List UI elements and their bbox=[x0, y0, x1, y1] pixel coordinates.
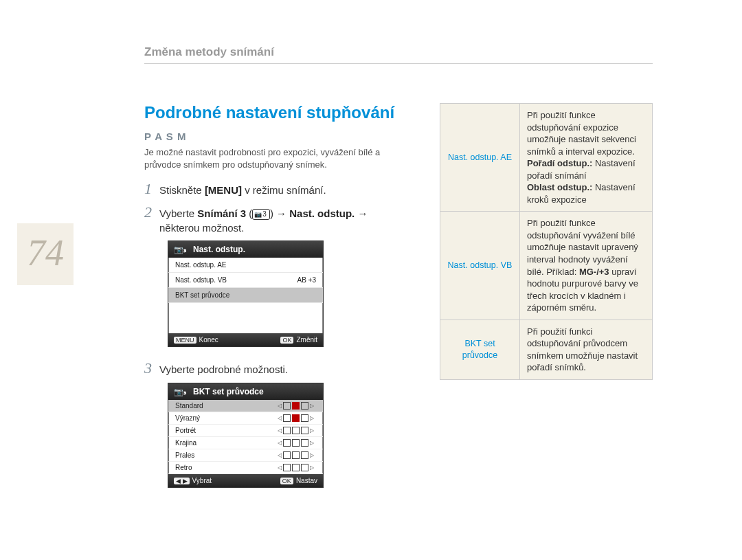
lcd-header: 📷₃ BKT set průvodce bbox=[168, 383, 323, 400]
camera-icon: 📷₃ bbox=[174, 388, 186, 396]
step-1: 1 Stiskněte [MENU] v režimu snímání. bbox=[144, 180, 409, 198]
menu-key: [MENU] bbox=[205, 184, 242, 196]
options-table: Nast. odstup. AE Při použití funkce odst… bbox=[440, 103, 653, 380]
table-row: Nast. odstup. AE Při použití funkce odst… bbox=[440, 104, 653, 212]
camera-badge-icon: 3 bbox=[252, 209, 270, 220]
lcd-screenshot-bkt-guide: 📷₃ BKT set průvodce Standard◁▷Výrazný◁▷P… bbox=[168, 383, 324, 488]
lcd-menu-item: Krajina◁▷ bbox=[168, 437, 323, 449]
option-key: Nast. odstup. VB bbox=[440, 212, 520, 320]
step-3: 3 Vyberte podrobné možnosti. bbox=[144, 359, 409, 377]
lcd-footer-label: Změnit bbox=[296, 336, 317, 344]
ok-key-icon: OK bbox=[280, 478, 293, 484]
lcd-menu-item: BKT set průvodce bbox=[168, 288, 323, 303]
lcd-menu-item: Nast. odstup. VBAB +3 bbox=[168, 273, 323, 288]
breadcrumb: Změna metody snímání bbox=[144, 45, 274, 59]
step-number: 3 bbox=[144, 359, 159, 377]
menu-path: Nast. odstup. bbox=[289, 208, 355, 219]
lcd-footer: MENUKonec OKZměnit bbox=[168, 333, 323, 346]
option-desc: Při použití funkci odstupňování průvodce… bbox=[520, 320, 653, 379]
option-desc: Při použití funkce odstupňování expozice… bbox=[520, 104, 653, 212]
camera-icon: 📷₃ bbox=[174, 245, 186, 254]
table-row: BKT set průvodce Při použití funkci odst… bbox=[440, 320, 653, 379]
option-desc: Při použití funkce odstupňování vyvážení… bbox=[520, 212, 653, 320]
step-text: Vyberte podrobné možnosti. bbox=[159, 363, 288, 375]
menu-path: Snímání 3 bbox=[197, 208, 246, 219]
option-key: BKT set průvodce bbox=[440, 320, 520, 379]
lcd-menu-item: Standard◁▷ bbox=[168, 400, 323, 412]
step-text: Stiskněte bbox=[159, 184, 205, 196]
divider bbox=[144, 63, 653, 64]
lcd-menu-item: Výrazný◁▷ bbox=[168, 412, 323, 425]
option-key: Nast. odstup. AE bbox=[440, 104, 520, 212]
lcd-menu-item: Retro◁▷ bbox=[168, 462, 323, 474]
intro-text: Je možné nastavit podrobnosti pro expozi… bbox=[144, 146, 409, 170]
step-number: 1 bbox=[144, 180, 159, 198]
lcd-footer-label: Vybrat bbox=[192, 477, 212, 484]
menu-key-icon: MENU bbox=[174, 337, 196, 344]
lcd-screenshot-bracket-menu: 📷₃ Nast. odstup. Nast. odstup. AENast. o… bbox=[168, 240, 324, 347]
lcd-title: Nast. odstup. bbox=[193, 245, 245, 254]
step-number: 2 bbox=[144, 203, 159, 221]
lcd-header: 📷₃ Nast. odstup. bbox=[168, 241, 323, 258]
table-row: Nast. odstup. VB Při použití funkce odst… bbox=[440, 212, 653, 320]
step-text: Vyberte bbox=[159, 208, 197, 219]
page-title: Podrobné nastavení stupňování bbox=[144, 103, 409, 122]
step-text: v režimu snímání. bbox=[242, 184, 326, 196]
lcd-menu-item: Nast. odstup. AE bbox=[168, 258, 323, 273]
step-2: 2 Vyberte Snímání 3 (3) → Nast. odstup. … bbox=[144, 203, 409, 235]
mode-indicator: P A S M bbox=[144, 131, 409, 142]
arrow: → bbox=[276, 208, 289, 219]
page-number: 74 bbox=[17, 223, 74, 285]
ok-key-icon: OK bbox=[280, 337, 293, 344]
lcd-footer-label: Nastav bbox=[296, 477, 317, 484]
lcd-footer: ◀ ▶Vybrat OKNastav bbox=[168, 474, 323, 487]
lcd-footer-label: Konec bbox=[199, 336, 218, 344]
lcd-menu-item: Portrét◁▷ bbox=[168, 425, 323, 437]
lcd-title: BKT set průvodce bbox=[193, 387, 264, 396]
arrows-key-icon: ◀ ▶ bbox=[174, 478, 190, 484]
lcd-menu-item: Prales◁▷ bbox=[168, 449, 323, 462]
